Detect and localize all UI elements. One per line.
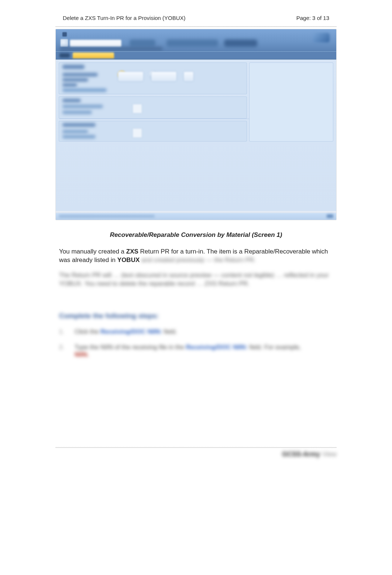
toolbar-smudge xyxy=(224,40,257,47)
app-logo-icon xyxy=(313,33,330,42)
text-run: Type the NIIN of the receiving file in t… xyxy=(75,344,186,351)
status-indicator-icon xyxy=(327,214,333,218)
panel-separator xyxy=(59,119,281,119)
text-run: field. xyxy=(162,328,177,335)
tab-inactive[interactable] xyxy=(59,53,70,58)
example-value: NIIN. xyxy=(75,351,89,358)
document-page: Delete a ZXS Turn-In PR for a Provision … xyxy=(0,0,392,575)
panel-side xyxy=(249,62,333,142)
text-run: field. For example, xyxy=(248,344,301,351)
bold-zxs: ZXS xyxy=(126,248,138,255)
obscured-paragraph: The Return PR will … (text obscured in s… xyxy=(59,271,329,288)
step-item: 1. Click the Receiving/DOC NIIN: field. xyxy=(59,328,329,336)
footer-suffix: View xyxy=(322,450,337,458)
tab-strip xyxy=(56,51,336,59)
text-run: You manually created a xyxy=(59,248,126,255)
field-label-smudge xyxy=(62,135,96,139)
step-text: Type the NIIN of the receiving file in t… xyxy=(75,344,301,358)
panel-receipt xyxy=(59,62,247,94)
figure-caption: Recoverable/Reparable Conversion by Mate… xyxy=(55,231,337,239)
field-reference-link: Receiving/DOC NIIN: xyxy=(100,328,162,335)
field-label-smudge xyxy=(62,105,103,108)
command-field[interactable] xyxy=(70,40,121,47)
body-paragraph: You manually created a ZXS Return PR for… xyxy=(59,248,329,265)
step-number: 1. xyxy=(59,328,64,336)
footer-brand: GCSS-ArmyView xyxy=(0,450,337,458)
panel-filter-2 xyxy=(59,121,247,142)
field-label-smudge xyxy=(62,73,98,76)
back-button[interactable] xyxy=(60,39,68,47)
toolbar-button[interactable] xyxy=(151,71,177,82)
text-run: Click the xyxy=(75,328,100,335)
input-field[interactable] xyxy=(133,104,142,113)
toolbar-button[interactable] xyxy=(183,71,194,82)
footer-rule xyxy=(55,447,337,448)
toolbar-smudge xyxy=(130,40,155,47)
app-screenshot xyxy=(55,29,337,220)
toolbar-smudge xyxy=(166,40,218,47)
field-label-smudge xyxy=(62,130,88,133)
field-label-smudge xyxy=(62,110,92,114)
field-label-smudge xyxy=(62,88,107,92)
field-label-smudge xyxy=(62,78,88,82)
toolbar-subtext xyxy=(59,47,163,51)
bold-yobux: YOBUX xyxy=(117,256,140,263)
obscured-text: and created previously — the Return PR. xyxy=(140,256,256,263)
status-text-smudge xyxy=(59,215,155,218)
page-indicator: Page: 3 of 13 xyxy=(296,15,329,21)
step-number: 2. xyxy=(59,344,64,351)
input-field[interactable] xyxy=(133,128,142,138)
page-header: Delete a ZXS Turn-In PR for a Provision … xyxy=(0,15,392,21)
panel-title-smudge xyxy=(62,123,96,127)
steps-list: 1. Click the Receiving/DOC NIIN: field. … xyxy=(59,328,329,358)
doc-title: Delete a ZXS Turn-In PR for a Provision … xyxy=(63,15,186,21)
status-bar xyxy=(56,213,336,220)
footer-brand-name: GCSS-Army xyxy=(282,450,320,458)
panel-title-smudge xyxy=(62,99,81,102)
field-label-smudge xyxy=(62,83,77,87)
panel-title-smudge xyxy=(62,65,85,69)
app-titlebar xyxy=(56,29,336,51)
toolbar-button[interactable] xyxy=(118,71,144,82)
field-reference-link: Receiving/DOC NIIN: xyxy=(186,344,247,351)
app-body xyxy=(56,59,336,215)
step-item: 2. Type the NIIN of the receiving file i… xyxy=(59,344,329,358)
step-text: Click the Receiving/DOC NIIN: field. xyxy=(75,328,177,336)
panel-filter-1 xyxy=(59,96,247,119)
window-menu-icon xyxy=(62,32,67,37)
tab-active[interactable] xyxy=(73,52,114,58)
obscured-section-heading: Complete the following steps: xyxy=(59,312,329,320)
header-rule xyxy=(55,26,337,27)
